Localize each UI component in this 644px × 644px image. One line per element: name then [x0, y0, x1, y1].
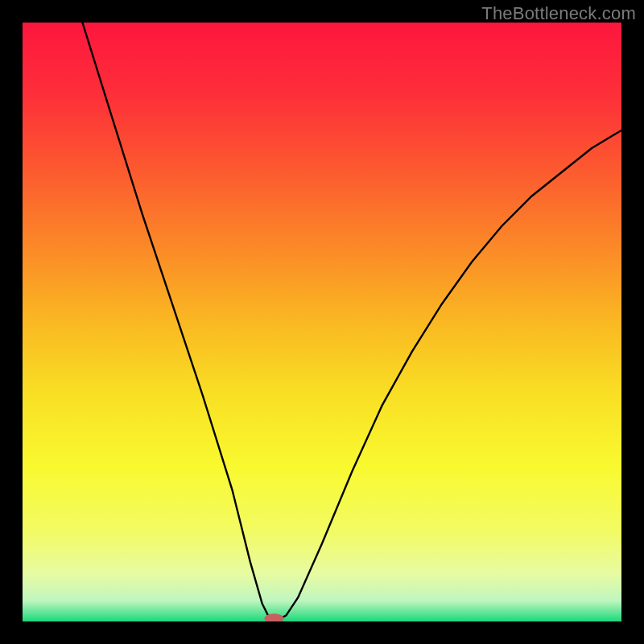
gradient-background [23, 23, 621, 621]
watermark-text: TheBottleneck.com [481, 3, 636, 24]
chart-svg [23, 23, 621, 621]
chart-frame: TheBottleneck.com [0, 0, 644, 644]
plot-area [23, 23, 621, 621]
